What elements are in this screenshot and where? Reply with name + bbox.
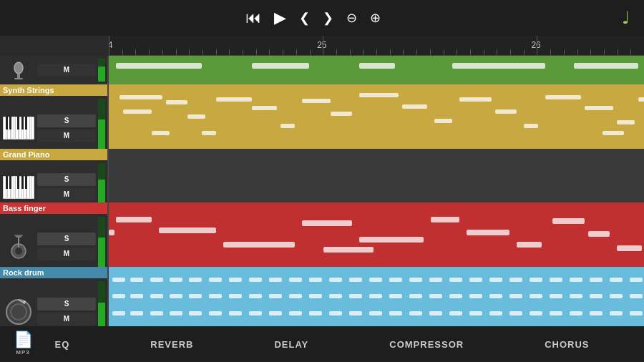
- note-bar: [509, 294, 522, 298]
- mute-button-synth-strings[interactable]: M: [37, 129, 96, 142]
- note-bar: [209, 294, 222, 298]
- note-bar: [209, 311, 222, 315]
- note-bar: [467, 230, 509, 235]
- svg-rect-5: [18, 236, 19, 248]
- ruler-minor-tick: [310, 49, 311, 55]
- volume-bar-default-track[interactable]: [98, 59, 105, 82]
- note-bar: [269, 294, 282, 298]
- zoom-out-button[interactable]: ⊖: [346, 11, 357, 24]
- note-bar: [449, 311, 462, 315]
- note-bar: [449, 278, 462, 282]
- note-bar: [349, 278, 362, 282]
- ruler-minor-tick: [162, 49, 163, 55]
- track-content-synth-strings[interactable]: [109, 84, 644, 149]
- note-bar: [638, 97, 644, 102]
- note-bar: [112, 278, 125, 282]
- note-bar: [349, 294, 362, 298]
- fx-button-reverb[interactable]: REVERB: [150, 339, 193, 350]
- note-bar: [530, 311, 542, 315]
- zoom-in-button[interactable]: ⊕: [370, 11, 381, 24]
- ruler-minor-tick: [390, 49, 391, 55]
- timeline-ruler: 242526: [109, 36, 644, 56]
- ruler-label-25: 25: [317, 40, 326, 50]
- note-bar: [550, 311, 562, 315]
- solo-button-rock-drum[interactable]: S: [37, 298, 96, 310]
- note-bar: [152, 131, 170, 135]
- track-name-synth-strings: Synth Strings: [0, 84, 107, 96]
- mute-button-grand-piano[interactable]: M: [37, 188, 96, 201]
- note-bar: [359, 63, 395, 69]
- svg-point-8: [6, 300, 31, 324]
- note-bar: [452, 63, 545, 69]
- note-bar: [309, 311, 322, 315]
- note-bar: [249, 294, 262, 298]
- note-bar: [150, 311, 163, 315]
- track-content-bass-finger[interactable]: [109, 202, 644, 267]
- note-bar: [434, 119, 452, 123]
- ruler-minor-tick: [149, 49, 150, 55]
- note-bar: [112, 311, 125, 315]
- note-bar: [369, 311, 382, 315]
- track-bass-finger: Bass finger SM: [0, 202, 644, 267]
- track-left-bass-finger: Bass finger SM: [0, 202, 109, 267]
- track-content-grand-piano[interactable]: [109, 149, 644, 202]
- note-bar: [489, 311, 502, 315]
- ruler-minor-tick: [510, 49, 511, 55]
- note-bar: [617, 245, 642, 251]
- fx-button-compressor[interactable]: COMPRESSOR: [389, 339, 464, 350]
- track-icon-default-track[interactable]: [0, 56, 37, 84]
- note-bar: [329, 278, 342, 282]
- note-bar: [495, 109, 517, 114]
- export-button[interactable]: 📄 MP3: [7, 327, 39, 358]
- ruler-minor-tick: [229, 49, 230, 55]
- fx-button-chorus[interactable]: CHORUS: [545, 339, 589, 350]
- tracks-container: MSynth StringsSMGrand PianoSMBass finger…: [0, 56, 644, 326]
- note-bar: [170, 294, 182, 298]
- note-bar: [409, 311, 422, 315]
- solo-button-bass-finger[interactable]: S: [37, 233, 96, 245]
- note-bar: [112, 294, 125, 298]
- fx-button-eq[interactable]: EQ: [54, 339, 69, 350]
- next-button[interactable]: ❯: [323, 11, 333, 24]
- track-content-default-track[interactable]: [109, 56, 644, 84]
- track-synth-strings: Synth StringsSM: [0, 84, 644, 149]
- go-to-start-button[interactable]: ⏮: [245, 10, 261, 26]
- svg-point-4: [15, 248, 22, 255]
- svg-rect-1: [17, 74, 20, 78]
- note-bar: [119, 95, 162, 99]
- prev-button[interactable]: ❮: [299, 11, 310, 24]
- fx-button-delay[interactable]: DELAY: [274, 339, 308, 350]
- note-bar: [602, 131, 624, 135]
- mute-button-bass-finger[interactable]: M: [37, 248, 96, 260]
- note-bar: [550, 294, 562, 298]
- note-bar: [166, 100, 187, 104]
- note-bar: [189, 278, 202, 282]
- note-bar: [517, 242, 542, 248]
- mute-button-rock-drum[interactable]: M: [37, 313, 96, 326]
- note-bar: [329, 294, 342, 298]
- note-bar: [202, 131, 216, 135]
- ruler-minor-tick: [604, 49, 605, 55]
- svg-rect-7: [14, 235, 23, 236]
- metronome-icon[interactable]: ♩: [622, 8, 630, 28]
- note-bar: [252, 63, 309, 69]
- play-button[interactable]: ▶: [274, 10, 286, 26]
- note-bar: [489, 278, 502, 282]
- ruler-minor-tick: [550, 49, 551, 55]
- note-bar: [359, 237, 424, 243]
- solo-button-grand-piano[interactable]: S: [37, 173, 96, 186]
- track-content-rock-drum[interactable]: [109, 267, 644, 333]
- note-bar: [590, 311, 602, 315]
- note-bar: [123, 109, 152, 114]
- track-left-default-track: M: [0, 56, 109, 84]
- mute-button-default-track[interactable]: M: [37, 64, 96, 77]
- ruler-minor-tick: [430, 49, 431, 55]
- solo-button-synth-strings[interactable]: S: [37, 114, 96, 127]
- note-bar: [530, 278, 542, 282]
- ruler-minor-tick: [457, 49, 457, 55]
- ruler-label-26: 26: [531, 40, 540, 50]
- note-bar: [469, 278, 482, 282]
- ruler-minor-tick: [363, 49, 364, 55]
- note-bar: [249, 278, 262, 282]
- ruler-minor-tick: [403, 49, 404, 55]
